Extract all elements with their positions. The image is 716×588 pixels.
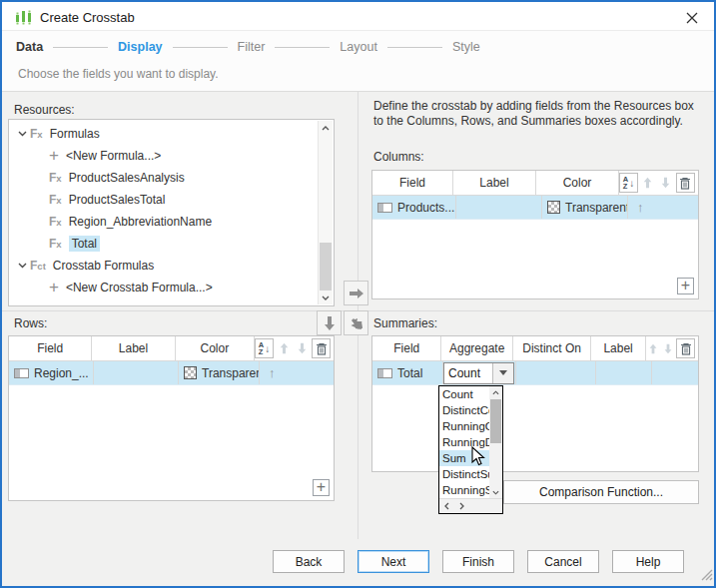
sort-state-cell: ↑: [628, 196, 698, 219]
step-filter[interactable]: Filter: [238, 40, 266, 54]
scroll-down-icon[interactable]: [489, 486, 502, 498]
summaries-label: Summaries:: [373, 316, 437, 330]
add-row-field-button[interactable]: +: [313, 479, 330, 496]
move-up-button[interactable]: [640, 173, 656, 193]
delete-button[interactable]: [676, 173, 695, 193]
tree-node-label-selected: Total: [69, 236, 100, 252]
add-column-field-button[interactable]: +: [677, 278, 694, 294]
tree-node-label: Region_AbbreviationName: [69, 215, 212, 229]
move-down-button[interactable]: [658, 173, 674, 193]
scroll-up-icon[interactable]: [489, 386, 502, 398]
tree-node-region-abbreviationname[interactable]: Fx Region_AbbreviationName: [9, 211, 318, 233]
resources-tree: Fx Formulas + <New Formula...> Fx Produc…: [9, 120, 318, 305]
sort-az-button[interactable]: AZ↓: [255, 338, 274, 358]
move-up-button[interactable]: [276, 338, 292, 358]
step-style[interactable]: Style: [452, 40, 480, 54]
scrollbar-thumb[interactable]: [320, 243, 332, 291]
add-to-rows-button[interactable]: [317, 310, 342, 335]
finish-button[interactable]: Finish: [442, 550, 514, 573]
formula-icon: Fx: [49, 215, 62, 229]
color-value: Transparent: [565, 201, 628, 215]
comparison-function-button[interactable]: Comparison Function...: [503, 480, 699, 504]
crosstab-instructions: Define the crosstab by adding fields fro…: [373, 99, 707, 129]
plus-icon: +: [49, 281, 59, 294]
back-button[interactable]: Back: [273, 550, 345, 573]
help-button[interactable]: Help: [612, 550, 684, 573]
tree-node-crosstab-formulas[interactable]: Fct Crosstab Formulas: [9, 255, 318, 277]
col-header-field: Field: [372, 336, 441, 360]
dropdown-item-distinctcount[interactable]: DistinctCount: [439, 402, 489, 418]
sort-az-button[interactable]: AZ↓: [619, 173, 638, 193]
rows-table-row[interactable]: Region_... Transparent ↑: [9, 361, 334, 385]
step-description: Choose the fields you want to display.: [18, 67, 219, 81]
add-to-summaries-button[interactable]: [344, 310, 368, 335]
delete-button[interactable]: [312, 338, 331, 358]
resources-scrollbar[interactable]: [318, 121, 333, 304]
field-icon: [377, 368, 392, 378]
color-cell[interactable]: Transparent: [179, 361, 260, 384]
scroll-down-icon[interactable]: [319, 291, 333, 304]
scroll-left-icon[interactable]: [439, 499, 454, 513]
move-down-button[interactable]: [661, 338, 674, 358]
color-value: Transparent: [202, 366, 260, 380]
cancel-button[interactable]: Cancel: [527, 550, 599, 573]
dropdown-item-runningsum[interactable]: RunningSum: [439, 482, 489, 498]
scroll-up-icon[interactable]: [319, 121, 333, 135]
field-name: Total: [397, 366, 422, 380]
sort-asc-icon: ↑: [633, 200, 644, 215]
summaries-table-row[interactable]: Total Count: [372, 361, 698, 385]
scrollbar-thumb[interactable]: [490, 399, 501, 443]
tree-node-label: <New Formula...>: [66, 149, 161, 163]
step-data[interactable]: Data: [16, 40, 43, 54]
columns-table-row[interactable]: Products... Transparent ↑: [372, 196, 698, 220]
field-cell[interactable]: Total: [372, 361, 443, 384]
add-to-columns-button[interactable]: [344, 281, 368, 305]
field-cell[interactable]: Region_...: [9, 361, 94, 384]
resize-grip[interactable]: [700, 567, 713, 585]
tree-node-new-formula[interactable]: + <New Formula...>: [9, 145, 318, 167]
columns-header-actions: AZ↓: [619, 171, 698, 195]
arrow-right-icon: [349, 288, 364, 299]
step-layout[interactable]: Layout: [340, 40, 377, 54]
combo-dropdown-button[interactable]: [492, 363, 513, 383]
caret-down-icon: [499, 370, 507, 375]
label-cell[interactable]: [596, 361, 652, 384]
dropdown-item-runningcount[interactable]: RunningCount: [439, 418, 489, 434]
field-cell[interactable]: Products...: [372, 196, 456, 219]
step-display[interactable]: Display: [118, 40, 162, 54]
mouse-cursor: [471, 446, 487, 472]
field-name: Region_...: [34, 366, 89, 380]
dropdown-item-count[interactable]: Count: [439, 386, 489, 402]
aggregate-cell[interactable]: Count: [443, 361, 516, 384]
col-header-distinct-on: Distinct On: [513, 336, 591, 360]
label-cell[interactable]: [94, 361, 179, 384]
delete-button[interactable]: [676, 338, 695, 358]
tree-node-label: ProductSalesAnalysis: [69, 171, 185, 185]
move-down-button[interactable]: [294, 338, 310, 358]
next-button[interactable]: Next: [358, 550, 429, 573]
tree-node-new-crosstab-formula[interactable]: + <New Crosstab Formula...>: [9, 277, 318, 298]
step-connector: [275, 47, 330, 48]
col-header-field: Field: [372, 171, 453, 195]
create-crosstab-dialog: Create Crosstab Data Display Filter Layo…: [0, 0, 716, 588]
chevron-down-icon[interactable]: [18, 131, 30, 137]
color-cell[interactable]: Transparent: [542, 196, 628, 219]
tree-node-productsalestotal[interactable]: Fx ProductSalesTotal: [9, 189, 318, 211]
aggregate-value: Count: [444, 363, 492, 383]
tree-node-formulas[interactable]: Fx Formulas: [9, 123, 318, 145]
distinct-on-cell[interactable]: [516, 361, 596, 384]
chevron-down-icon[interactable]: [18, 263, 30, 269]
crosstab-formula-group-icon: Fct: [30, 259, 46, 273]
aggregate-combobox[interactable]: Count: [443, 362, 514, 384]
tree-node-productsalesanalysis[interactable]: Fx ProductSalesAnalysis: [9, 167, 318, 189]
resources-tree-box: Fx Formulas + <New Formula...> Fx Produc…: [8, 119, 335, 306]
label-cell[interactable]: [456, 196, 542, 219]
close-button[interactable]: [680, 7, 704, 28]
scroll-right-icon[interactable]: [454, 499, 469, 513]
dropdown-hscrollbar[interactable]: [439, 498, 502, 513]
tree-node-total-selected[interactable]: Fx Total: [9, 233, 318, 255]
move-up-button[interactable]: [646, 338, 659, 358]
dropdown-scrollbar[interactable]: [489, 386, 502, 498]
formula-icon: Fx: [49, 171, 62, 185]
col-header-label: Label: [453, 171, 536, 195]
